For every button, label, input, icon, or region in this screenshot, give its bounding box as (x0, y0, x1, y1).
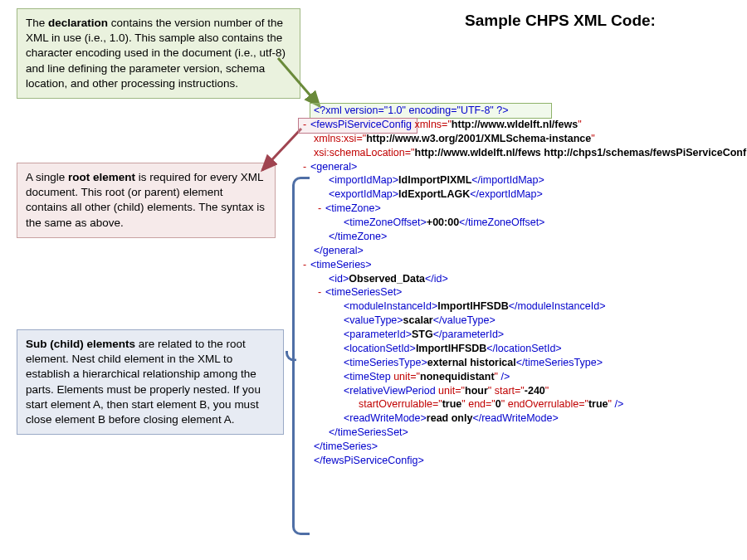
fold-icon: - (314, 285, 325, 299)
fold-icon: - (299, 258, 310, 272)
fold-icon: - (299, 118, 310, 132)
fold-icon: - (314, 202, 325, 216)
callout-declaration: The declaration contains the version num… (17, 8, 300, 99)
callout-root-element: A single root element is required for ev… (17, 163, 276, 238)
xml-code-sample: <?xml version="1.0" encoding="UTF-8" ?> … (299, 104, 739, 552)
page-title: Sample CHPS XML Code: (407, 12, 714, 30)
fold-icon: - (299, 160, 310, 174)
xml-declaration: <?xml version="1.0" encoding="UTF-8" ?> (314, 105, 509, 116)
callout-child-elements: Sub (child) elements are related to the … (17, 329, 284, 435)
